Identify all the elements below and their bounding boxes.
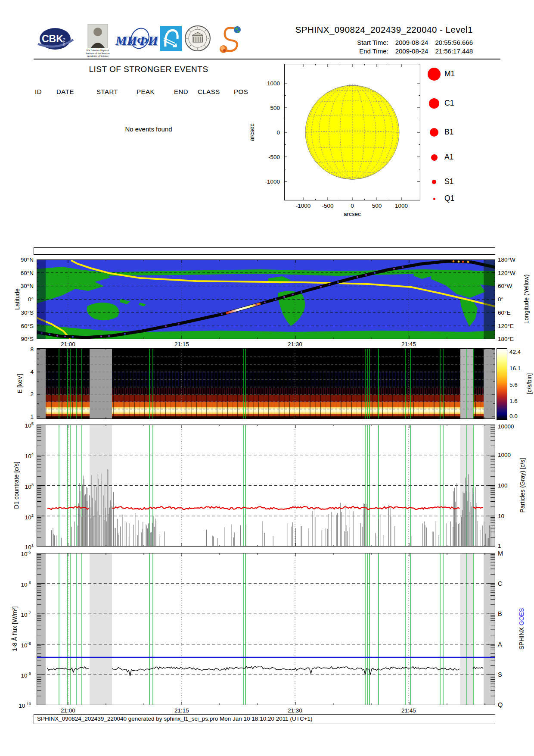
q1-marker (433, 198, 435, 200)
map-lat-tick: 0° (9, 296, 34, 303)
goes-class-tick: C (498, 580, 502, 587)
mephi-logo: МИФИ МИФИ (115, 27, 158, 52)
header-divider (34, 59, 500, 59)
goes-class-tick: A (498, 641, 502, 648)
events-list-title: LIST OF STRONGER EVENTS (52, 65, 245, 74)
spec-ylabel: E [keV] (16, 374, 23, 393)
start-time-value: 20:55:56.666 (435, 39, 473, 46)
colorbar-tick: 1.6 (509, 398, 518, 404)
time-tick-label: 21:30 (280, 341, 310, 347)
colorbar-tick: 5.6 (509, 381, 518, 388)
energy-spectrogram (37, 348, 495, 419)
time-tick-label: 21:15 (167, 707, 197, 714)
flux-ylabel: 1-8 Å flux [W/m²] (11, 606, 18, 651)
particles-tick: 10 (498, 513, 504, 519)
map-lon-tick: 180°W (498, 256, 515, 263)
events-col-class: CLASS (198, 88, 220, 95)
map-ylabel: Latitude (14, 288, 21, 310)
map-lat-tick: 30°S (9, 309, 34, 316)
end-time-value: 21:56:17.448 (435, 47, 473, 55)
time-tick-label: 21:00 (53, 707, 83, 714)
map-lat-tick: 30°N (9, 283, 34, 289)
sun-ylabel: arcsec (248, 123, 255, 141)
c1-marker (429, 98, 439, 109)
spec-ytick: 1 (9, 413, 34, 420)
sun-ytick: 1000 (258, 80, 280, 87)
colorbar-tick: 16.1 (509, 365, 521, 372)
xray-flux-plot (37, 553, 495, 705)
no-events-message: No events found (108, 125, 189, 133)
map-lon-tick: 180°E (498, 336, 514, 342)
events-col-start: START (96, 88, 118, 95)
sun-xtick: 1000 (388, 203, 414, 209)
map-lon-tick: 0° (498, 296, 503, 303)
colorbar-tick: 0.0 (509, 413, 518, 419)
map-lat-tick: 60°N (9, 270, 34, 276)
goes-class-tick: B (498, 610, 502, 617)
page-title: SPHINX_090824_202439_220040 - Level1 (295, 25, 473, 35)
goes-class-tick: Q (498, 701, 503, 708)
ground-track-map (37, 259, 495, 339)
map-lon-tick: 120°E (498, 323, 514, 329)
start-time-label: Start Time: (357, 39, 388, 46)
footer-box: SPHINX_090824_202439_220040 generated by… (34, 714, 495, 724)
time-tick-label: 21:45 (394, 707, 424, 714)
start-date: 2009-08-24 (395, 39, 428, 46)
lebedev-logo: P.N.Lebedev Physical Institute of the Ru… (82, 24, 114, 58)
map-lat-tick: 90°S (9, 336, 34, 342)
s1-marker (432, 180, 436, 184)
spec-ytick: 8 (9, 346, 34, 353)
particles-right-label: Particles (Gray) [c/s] (519, 458, 526, 513)
events-col-peak: PEAK (137, 88, 155, 95)
footer-text: SPHINX_090824_202439_220040 generated by… (37, 715, 495, 722)
a1-marker (431, 154, 438, 161)
particles-tick: 1000 (498, 452, 511, 458)
colorbar-label: [c/s/bin] (526, 373, 533, 394)
end-time-label: End Time: (359, 47, 388, 55)
empty-info-box (34, 247, 495, 255)
solar-disk-plot (284, 64, 420, 200)
sun-xtick: 0 (339, 203, 365, 209)
time-tick-label: 21:30 (280, 707, 310, 714)
events-col-date: DATE (56, 88, 74, 95)
map-lon-tick: 60°E (498, 309, 510, 316)
sun-xtick: -1000 (290, 203, 316, 209)
sun-ytick: -500 (258, 154, 280, 160)
particles-tick: 100 (498, 482, 508, 489)
start-time-row: Start Time:2009-08-2420:55:56.666 (357, 39, 473, 46)
cbk-sub-text: PAN (62, 38, 66, 46)
time-tick-label: 21:00 (53, 341, 83, 347)
mephi-text: МИФИ (115, 33, 158, 47)
events-col-end: END (174, 88, 188, 95)
d1-countrate-plot (37, 425, 495, 547)
b1-marker (430, 128, 438, 137)
cbk-text: CBK (42, 33, 63, 44)
seal-logo (184, 25, 211, 52)
sun-ytick: 0 (258, 129, 280, 136)
colorbar (497, 348, 507, 420)
sphinx-report-page: CBK PAN P.N.Lebedev Physical Institute o… (0, 0, 534, 756)
sun-xtick: 500 (364, 203, 390, 209)
sun-ytick: -1000 (258, 178, 280, 185)
flux-right-label: SPHINX GOES (518, 608, 525, 650)
particles-tick: 1 (498, 543, 501, 549)
particles-tick: 10000 (498, 423, 514, 430)
goes-class-tick: S (498, 671, 502, 678)
events-col-id: ID (35, 88, 42, 95)
arch-logo (160, 26, 182, 51)
map-lon-tick: 60°W (498, 283, 512, 289)
time-tick-label: 21:15 (167, 341, 197, 347)
sun-xlabel: arcsec (335, 211, 369, 217)
m1-marker (428, 68, 441, 81)
map-lon-tick: 120°W (498, 270, 515, 276)
goes-class-tick: M (498, 550, 503, 557)
map-lat-tick: 60°S (9, 323, 34, 329)
events-col-pos: POS (234, 88, 248, 95)
map-right-label: Longitude (Yellow) (523, 275, 530, 324)
sphinx-logo (216, 24, 244, 53)
sun-ytick: 500 (258, 105, 280, 111)
lebedev-caption: P.N.Lebedev Physical Institute of the Ru… (82, 49, 114, 58)
cbk-logo: CBK PAN (37, 27, 76, 53)
end-date: 2009-08-24 (395, 47, 428, 55)
time-tick-label: 21:45 (394, 341, 424, 347)
